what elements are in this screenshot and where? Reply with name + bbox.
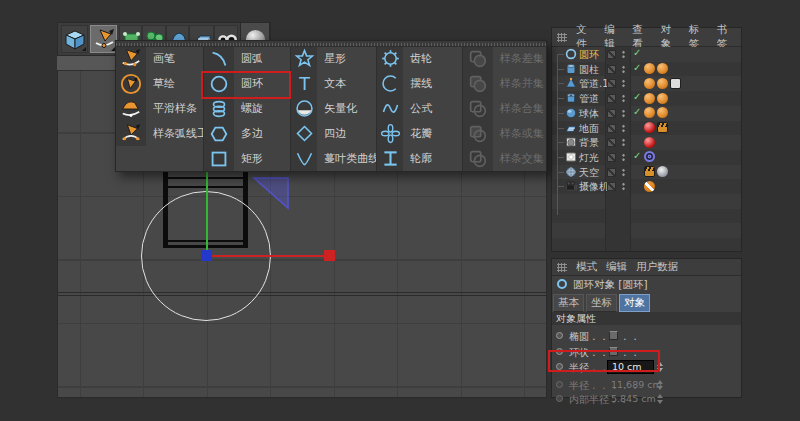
menu-item-smooth-spline[interactable]: 平滑样条 <box>116 96 203 121</box>
menu-item-vectorizer[interactable]: 矢量化 <box>291 96 376 121</box>
tab-basic[interactable]: 基本 <box>553 294 584 312</box>
object-row[interactable]: 管道 ✓ <box>552 91 741 106</box>
editor-visibility-toggle[interactable] <box>607 153 616 162</box>
editor-visibility-toggle[interactable] <box>607 138 616 147</box>
radius-input[interactable]: 10 cm <box>607 360 654 374</box>
render-visibility-dots[interactable] <box>622 153 625 162</box>
am-menu-userdata[interactable]: 用户数据 <box>636 260 678 274</box>
keyframe-circle[interactable] <box>556 348 563 355</box>
material-tag-icon[interactable] <box>644 137 655 148</box>
render-visibility-dots[interactable] <box>622 124 625 133</box>
enable-check-icon[interactable]: ✓ <box>633 150 641 161</box>
menu-item-four-side[interactable]: 四边 <box>291 121 376 146</box>
dot-tag-icon[interactable] <box>657 78 668 89</box>
object-label[interactable]: 管道.1 <box>579 77 609 91</box>
menu-item-gear[interactable]: 齿轮 <box>377 47 461 72</box>
object-label[interactable]: 摄像机 <box>579 180 609 194</box>
editor-visibility-toggle[interactable] <box>607 124 616 133</box>
object-row[interactable]: 地面 ✓ <box>552 121 741 136</box>
render-visibility-dots[interactable] <box>622 138 625 147</box>
menu-item-cycloid[interactable]: 摆线 <box>377 71 461 96</box>
menu-item-ngon[interactable]: 多边 <box>204 121 290 146</box>
menu-item-arc[interactable]: 圆弧 <box>204 47 290 72</box>
menu-item-text[interactable]: T 文本 <box>291 71 376 96</box>
menu-item-pen[interactable]: 画笔 <box>116 47 203 72</box>
menu-item-cissoid[interactable]: 蔓叶类曲线 <box>291 146 376 171</box>
x-axis-handle[interactable] <box>324 250 335 261</box>
object-row[interactable]: 背景 ✓ <box>552 135 741 150</box>
enable-check-icon[interactable]: ✓ <box>633 91 641 102</box>
dot-tag-icon[interactable] <box>657 63 668 74</box>
menu-item-helix[interactable]: 螺旋 <box>204 96 290 121</box>
enable-check-icon[interactable]: ✓ <box>633 62 641 73</box>
object-row[interactable]: 圆柱 ✓ <box>552 62 741 77</box>
checker-tag-icon[interactable] <box>670 78 681 89</box>
render-visibility-dots[interactable] <box>622 65 625 74</box>
render-visibility-dots[interactable] <box>622 94 625 103</box>
menu-item-spline-arc-tool[interactable]: 样条弧线工具 <box>116 121 203 146</box>
clapper-tag-icon[interactable] <box>657 122 668 133</box>
menu-item-circle[interactable]: 圆环 <box>204 71 290 96</box>
x-axis-line[interactable] <box>211 255 329 257</box>
noentry-tag-icon[interactable] <box>644 181 655 192</box>
dot-tag-icon[interactable] <box>657 107 668 118</box>
editor-visibility-toggle[interactable] <box>607 109 616 118</box>
am-menu-mode[interactable]: 模式 <box>576 260 597 274</box>
object-label[interactable]: 地面 <box>579 122 599 136</box>
enable-check-icon[interactable]: ✓ <box>633 47 641 58</box>
dot-tag-icon[interactable] <box>644 63 655 74</box>
tab-object[interactable]: 对象 <box>619 294 650 312</box>
editor-visibility-toggle[interactable] <box>607 65 616 74</box>
dot-tag-icon[interactable] <box>644 93 655 104</box>
render-visibility-dots[interactable] <box>622 79 625 88</box>
tab-coordinates[interactable]: 坐标 <box>586 294 617 312</box>
editor-visibility-toggle[interactable] <box>607 182 616 191</box>
object-label[interactable]: 灯光 <box>579 151 599 165</box>
object-label[interactable]: 球体 <box>579 107 599 121</box>
material-tag-icon[interactable] <box>644 122 655 133</box>
object-label[interactable]: 管道 <box>579 92 599 106</box>
editor-visibility-toggle[interactable] <box>607 168 616 177</box>
editor-visibility-toggle[interactable] <box>607 50 616 59</box>
radius-spinner[interactable] <box>656 361 663 373</box>
dot-tag-icon[interactable] <box>644 107 655 118</box>
object-row[interactable]: 摄像机 ✓ <box>552 179 741 194</box>
render-visibility-dots[interactable] <box>622 50 625 59</box>
cube-primitive-button[interactable] <box>61 25 88 53</box>
panel-grip-icon[interactable] <box>557 263 567 272</box>
keyframe-circle[interactable] <box>556 363 563 370</box>
object-row[interactable]: 球体 ✓ <box>552 106 741 121</box>
render-visibility-dots[interactable] <box>622 182 625 191</box>
panel-grip-icon[interactable] <box>557 33 567 42</box>
y-axis-handle[interactable] <box>206 172 208 256</box>
origin-handle[interactable] <box>201 250 212 261</box>
object-row[interactable]: 灯光 ✓ <box>552 150 741 165</box>
object-row[interactable]: 圆环 ✓ <box>552 47 741 62</box>
ring-checkbox[interactable] <box>609 347 618 356</box>
editor-visibility-toggle[interactable] <box>607 79 616 88</box>
dot-tag-icon[interactable] <box>644 78 655 89</box>
menu-item-star[interactable]: 星形 <box>291 47 376 72</box>
object-row[interactable]: 管道.1 ✓ <box>552 76 741 91</box>
target-tag-icon[interactable] <box>644 151 655 162</box>
menu-item-rectangle[interactable]: 矩形 <box>204 146 290 171</box>
dot-tag-icon[interactable] <box>657 93 668 104</box>
object-label[interactable]: 圆环 <box>579 48 599 62</box>
editor-visibility-toggle[interactable] <box>607 94 616 103</box>
render-visibility-dots[interactable] <box>622 168 625 177</box>
menu-item-flower[interactable]: 花瓣 <box>377 121 461 146</box>
keyframe-circle[interactable] <box>556 332 563 339</box>
object-label[interactable]: 圆柱 <box>579 63 599 77</box>
render-visibility-dots[interactable] <box>622 109 625 118</box>
menu-item-sketch[interactable]: 草绘 <box>116 71 203 96</box>
menu-item-formula[interactable]: 公式 <box>377 96 461 121</box>
object-row[interactable]: 天空 ✓ <box>552 165 741 180</box>
ellipse-checkbox[interactable] <box>609 331 618 340</box>
spline-pen-button[interactable] <box>90 25 117 53</box>
menu-item-profile[interactable]: 轮廓 <box>377 146 461 171</box>
enable-check-icon[interactable]: ✓ <box>633 106 641 117</box>
clapper-tag-icon[interactable] <box>644 166 655 177</box>
object-label[interactable]: 天空 <box>579 166 599 180</box>
object-label[interactable]: 背景 <box>579 136 599 150</box>
skymat-tag-icon[interactable] <box>657 166 668 177</box>
